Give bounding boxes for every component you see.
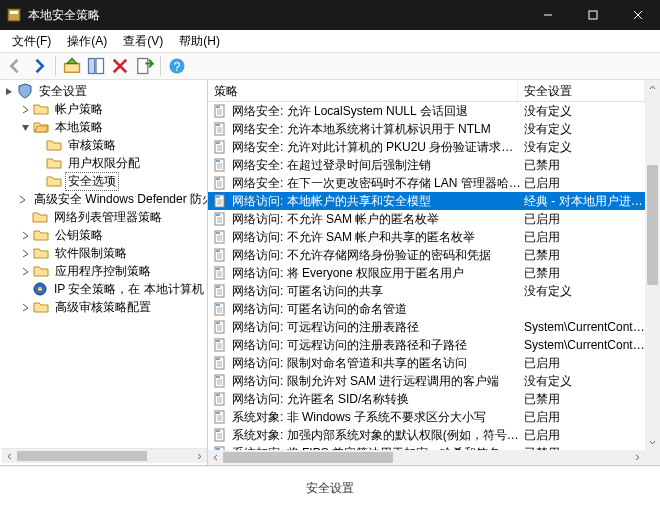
back-button[interactable]: [4, 55, 26, 77]
horizontal-scrollbar[interactable]: [208, 450, 645, 465]
expand-icon[interactable]: [18, 102, 32, 116]
tree-horizontal-scrollbar[interactable]: [2, 448, 207, 463]
scroll-right-button[interactable]: [192, 449, 207, 463]
ipsec-icon: [32, 281, 48, 297]
policy-item-icon: [212, 175, 228, 191]
expand-icon[interactable]: [2, 84, 16, 98]
svg-text:?: ?: [174, 60, 181, 74]
scroll-track[interactable]: [17, 449, 192, 463]
menu-file[interactable]: 文件(F): [4, 31, 59, 52]
tree-node-audit[interactable]: 审核策略: [2, 136, 207, 154]
menu-help[interactable]: 帮助(H): [171, 31, 228, 52]
list-row[interactable]: 网络安全: 在下一次更改密码时不存储 LAN 管理器哈希值已启用: [208, 174, 645, 192]
svg-rect-105: [216, 412, 220, 414]
scroll-track[interactable]: [645, 95, 660, 435]
minimize-button[interactable]: [525, 0, 570, 30]
app-icon: [6, 7, 22, 23]
list-row[interactable]: 系统对象: 非 Windows 子系统不要求区分大小写已启用: [208, 408, 645, 426]
svg-rect-40: [216, 178, 220, 180]
column-header-policy[interactable]: 策略: [208, 80, 518, 101]
scroll-corner: [645, 450, 660, 465]
list-row[interactable]: 网络访问: 允许匿名 SID/名称转换已禁用: [208, 390, 645, 408]
scroll-thumb[interactable]: [223, 452, 393, 463]
policy-item-icon: [212, 301, 228, 317]
menu-view[interactable]: 查看(V): [115, 31, 171, 52]
tree-node-appcontrol[interactable]: 应用程序控制策略: [2, 262, 207, 280]
list-row[interactable]: 网络访问: 不允许 SAM 帐户和共享的匿名枚举已启用: [208, 228, 645, 246]
tree-node-netlist[interactable]: 网络列表管理器策略: [2, 208, 207, 226]
close-button[interactable]: [615, 0, 660, 30]
column-header-setting[interactable]: 安全设置: [518, 80, 645, 101]
tree-node-ipsec[interactable]: IP 安全策略，在 本地计算机: [2, 280, 207, 298]
list-row[interactable]: 网络安全: 在超过登录时间后强制注销已禁用: [208, 156, 645, 174]
menu-action[interactable]: 操作(A): [59, 31, 115, 52]
tree-node-advaudit[interactable]: 高级审核策略配置: [2, 298, 207, 316]
folder-icon: [46, 173, 62, 189]
tree-node-security-options[interactable]: 安全选项: [2, 172, 207, 190]
expand-icon[interactable]: [18, 246, 32, 260]
export-button[interactable]: [133, 55, 155, 77]
list-row[interactable]: 网络访问: 限制允许对 SAM 进行远程调用的客户端没有定义: [208, 372, 645, 390]
scroll-up-button[interactable]: [645, 80, 660, 95]
tree-node-account[interactable]: 帐户策略: [2, 100, 207, 118]
scroll-track[interactable]: [223, 450, 630, 465]
maximize-button[interactable]: [570, 0, 615, 30]
policy-item-icon: [212, 373, 228, 389]
collapse-icon[interactable]: [18, 120, 32, 134]
list-header: 策略 安全设置: [208, 80, 645, 102]
help-button[interactable]: ?: [166, 55, 188, 77]
tree-root[interactable]: 安全设置: [2, 82, 207, 100]
folder-icon: [33, 101, 49, 117]
forward-button[interactable]: [28, 55, 50, 77]
scroll-down-button[interactable]: [645, 435, 660, 450]
tree-node-user-rights[interactable]: 用户权限分配: [2, 154, 207, 172]
expand-icon[interactable]: [18, 228, 32, 242]
policy-cell: 网络访问: 本地帐户的共享和安全模型: [232, 193, 522, 210]
expand-icon[interactable]: [18, 300, 32, 314]
list-row[interactable]: 网络安全: 允许对此计算机的 PKU2U 身份验证请求使用联...没有定义: [208, 138, 645, 156]
scroll-thumb[interactable]: [647, 165, 658, 285]
setting-cell: 没有定义: [522, 103, 645, 120]
list-row[interactable]: 网络安全: 允许本地系统将计算机标识用于 NTLM没有定义: [208, 120, 645, 138]
scroll-right-button[interactable]: [630, 450, 645, 465]
expand-icon[interactable]: [18, 264, 32, 278]
list-row[interactable]: 网络访问: 可匿名访问的命名管道: [208, 300, 645, 318]
scroll-left-button[interactable]: [208, 450, 223, 465]
policy-item-icon: [212, 355, 228, 371]
list-row[interactable]: 网络访问: 不允许 SAM 帐户的匿名枚举已启用: [208, 210, 645, 228]
tree-node-pubkey[interactable]: 公钥策略: [2, 226, 207, 244]
policy-cell: 网络安全: 在下一次更改密码时不存储 LAN 管理器哈希值: [232, 175, 522, 192]
vertical-scrollbar[interactable]: [645, 80, 660, 450]
tree-node-wf-advanced[interactable]: 高级安全 Windows Defender 防火墙: [2, 190, 207, 208]
setting-cell: 已启用: [522, 211, 645, 228]
svg-rect-3: [589, 11, 597, 19]
list-row[interactable]: 网络访问: 可远程访问的注册表路径和子路径System\CurrentContr…: [208, 336, 645, 354]
status-bar: 安全设置: [0, 466, 660, 510]
list-row[interactable]: 网络安全: 允许 LocalSystem NULL 会话回退没有定义: [208, 102, 645, 120]
list-row[interactable]: 网络访问: 可匿名访问的共享没有定义: [208, 282, 645, 300]
list-row[interactable]: 网络访问: 本地帐户的共享和安全模型经典 - 对本地用户进行...: [208, 192, 645, 210]
tree-node-softrestrict[interactable]: 软件限制策略: [2, 244, 207, 262]
tree-pane[interactable]: 安全设置 帐户策略 本地策略 审核策略 用户权限分配: [0, 80, 208, 465]
svg-rect-100: [216, 394, 220, 396]
scroll-thumb[interactable]: [17, 451, 147, 461]
delete-button[interactable]: [109, 55, 131, 77]
expand-icon[interactable]: [18, 192, 27, 206]
security-icon: [17, 83, 33, 99]
setting-cell: 已启用: [522, 427, 645, 444]
svg-rect-60: [216, 250, 220, 252]
setting-cell: 已禁用: [522, 247, 645, 264]
list-row[interactable]: 系统对象: 加强内部系统对象的默认权限(例如，符号链接)已启用: [208, 426, 645, 444]
list-row[interactable]: 网络访问: 不允许存储网络身份验证的密码和凭据已禁用: [208, 246, 645, 264]
folder-icon: [33, 299, 49, 315]
svg-rect-50: [216, 214, 220, 216]
tree-node-local[interactable]: 本地策略: [2, 118, 207, 136]
list-row[interactable]: 网络访问: 可远程访问的注册表路径System\CurrentContro...: [208, 318, 645, 336]
up-level-button[interactable]: [61, 55, 83, 77]
scroll-left-button[interactable]: [2, 449, 17, 463]
policy-cell: 网络访问: 不允许存储网络身份验证的密码和凭据: [232, 247, 522, 264]
list-row[interactable]: 网络访问: 将 Everyone 权限应用于匿名用户已禁用: [208, 264, 645, 282]
setting-cell: 没有定义: [522, 121, 645, 138]
show-hide-tree-button[interactable]: [85, 55, 107, 77]
list-row[interactable]: 网络访问: 限制对命名管道和共享的匿名访问已启用: [208, 354, 645, 372]
